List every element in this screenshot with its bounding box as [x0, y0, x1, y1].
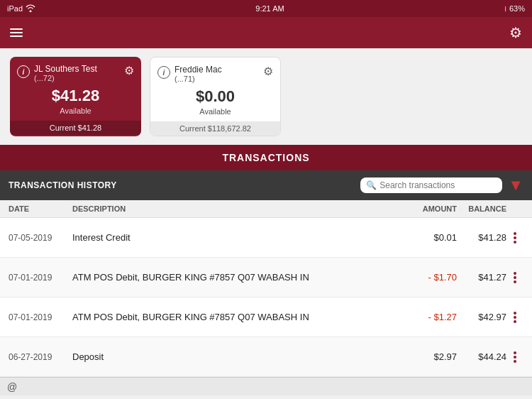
accounts-area: i JL Southers Test (...72) ⚙ $41.28 Avai… [0, 48, 532, 145]
col-header-description: DESCRIPTION [72, 204, 400, 213]
status-left: iPad [7, 4, 35, 13]
account-amount-0: $41.28 [10, 87, 141, 106]
account-card-1[interactable]: i Freddie Mac (...71) ⚙ $0.00 Available … [150, 57, 281, 136]
transaction-row: 06-27-2019 Deposit $2.97 $44.24 [0, 337, 532, 377]
tx-description: Interest Credit [72, 232, 400, 243]
transaction-row: 07-05-2019 Interest Credit $0.01 $41.28 [0, 218, 532, 258]
account-available-0: Available [10, 106, 141, 121]
hamburger-menu[interactable] [10, 28, 23, 37]
status-time: 9:21 AM [255, 4, 284, 13]
battery-label: 63% [509, 4, 525, 13]
tx-amount: $0.01 [400, 232, 457, 243]
tx-amount: $2.97 [400, 351, 457, 362]
tx-more-button[interactable] [506, 312, 523, 323]
tx-amount: - $1.70 [400, 272, 457, 283]
account-info-0: i JL Southers Test (...72) [17, 64, 124, 82]
tx-balance: $41.28 [457, 232, 506, 243]
gear-icon[interactable]: ⚙ [509, 24, 522, 41]
info-icon-0[interactable]: i [17, 65, 30, 78]
filter-icon[interactable]: ▼ [508, 176, 523, 195]
tx-balance: $44.24 [457, 351, 506, 362]
transaction-history-bar: TRANSACTION HISTORY 🔍 ▼ [0, 170, 532, 200]
tx-date: 06-27-2019 [9, 352, 72, 362]
tx-date: 07-01-2019 [9, 273, 72, 283]
account-amount-1: $0.00 [150, 87, 280, 107]
account-current-0: Current $41.28 [10, 121, 141, 135]
wifi-icon [26, 4, 35, 13]
tx-balance: $41.27 [457, 272, 506, 283]
tx-amount: - $1.27 [400, 312, 457, 322]
top-nav: ⚙ [0, 17, 532, 48]
col-header-date: DATE [9, 204, 72, 213]
tx-balance: $42.97 [457, 312, 506, 322]
bottom-bar: @ [0, 377, 532, 395]
search-box[interactable]: 🔍 [360, 177, 502, 193]
account-number-1: (...71) [174, 75, 222, 83]
col-header-balance: BALANCE [457, 204, 506, 213]
account-card-0[interactable]: i JL Southers Test (...72) ⚙ $41.28 Avai… [10, 57, 141, 136]
account-settings-1[interactable]: ⚙ [263, 65, 273, 78]
account-available-1: Available [150, 107, 280, 121]
status-right: ⁞ 63% [504, 4, 525, 13]
tx-description: ATM POS Debit, BURGER KING #7857 Q07 WAB… [72, 272, 400, 283]
bluetooth-icon: ⁞ [504, 5, 506, 13]
at-icon[interactable]: @ [7, 381, 17, 393]
account-current-1: Current $118,672.82 [150, 121, 280, 136]
search-icon: 🔍 [366, 180, 377, 190]
tx-description: Deposit [72, 351, 400, 362]
ipad-label: iPad [7, 4, 23, 13]
history-label: TRANSACTION HISTORY [9, 180, 117, 190]
col-header-amount: AMOUNT [400, 204, 457, 213]
col-header-action [506, 204, 523, 213]
tx-more-button[interactable] [506, 351, 523, 363]
status-bar: iPad 9:21 AM ⁞ 63% [0, 0, 532, 17]
info-icon-1[interactable]: i [157, 66, 170, 79]
tx-more-button[interactable] [506, 272, 523, 283]
account-name-0: JL Southers Test [34, 64, 97, 74]
account-info-1: i Freddie Mac (...71) [157, 65, 263, 83]
tx-description: ATM POS Debit, BURGER KING #7857 Q07 WAB… [72, 312, 400, 322]
search-input[interactable] [379, 180, 497, 190]
account-number-0: (...72) [34, 74, 97, 82]
search-filter-area: 🔍 ▼ [360, 176, 523, 195]
transaction-list: 07-05-2019 Interest Credit $0.01 $41.28 … [0, 218, 532, 377]
account-name-1: Freddie Mac [174, 65, 222, 75]
transaction-row: 07-01-2019 ATM POS Debit, BURGER KING #7… [0, 297, 532, 337]
tx-date: 07-01-2019 [9, 312, 72, 322]
column-headers: DATE DESCRIPTION AMOUNT BALANCE [0, 200, 532, 218]
transactions-section-header: TRANSACTIONS [0, 145, 532, 170]
transaction-row: 07-01-2019 ATM POS Debit, BURGER KING #7… [0, 258, 532, 297]
tx-more-button[interactable] [506, 232, 523, 244]
tx-date: 07-05-2019 [9, 233, 72, 243]
account-settings-0[interactable]: ⚙ [124, 64, 134, 77]
